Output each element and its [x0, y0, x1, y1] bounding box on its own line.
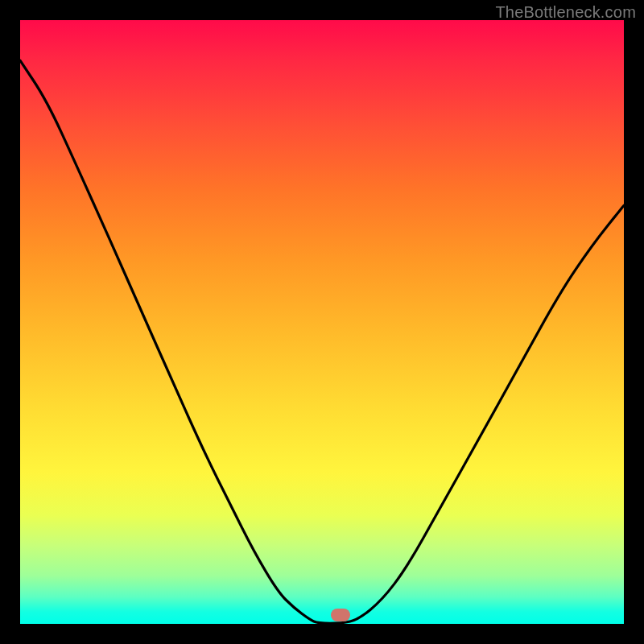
bottleneck-curve: [20, 20, 624, 624]
chart-frame: TheBottleneck.com: [0, 0, 644, 644]
plot-area: [20, 20, 624, 624]
curve-path: [20, 60, 624, 623]
minimum-marker: [331, 609, 350, 621]
watermark-text: TheBottleneck.com: [495, 3, 636, 22]
